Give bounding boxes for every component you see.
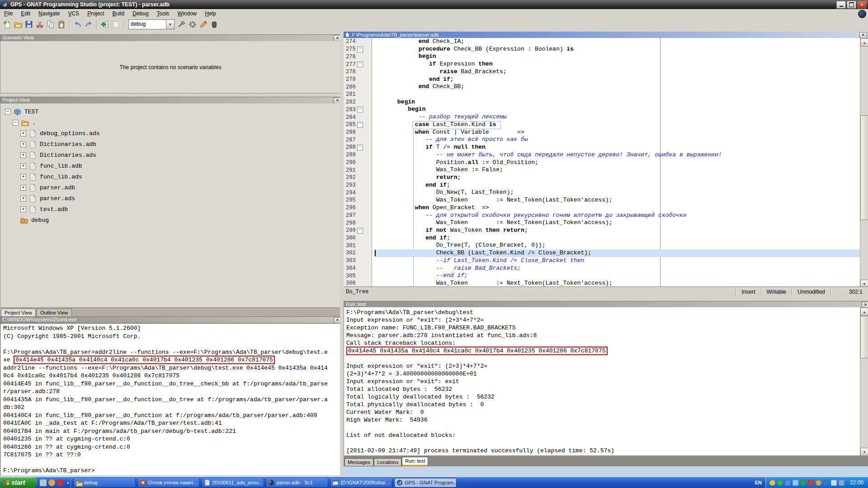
scrollbar-thumb[interactable] xyxy=(860,316,868,358)
mail-icon[interactable] xyxy=(816,480,821,486)
task-button-gps[interactable]: GPS - GNAT Program... xyxy=(394,478,457,488)
build-all-icon[interactable] xyxy=(176,19,187,30)
rebuild-icon[interactable] xyxy=(187,19,198,30)
tree-item-parser-adb[interactable]: +parser.adb xyxy=(0,182,340,193)
expand-icon[interactable]: + xyxy=(20,196,26,202)
tree-item--[interactable]: −. xyxy=(0,117,340,128)
menu-file[interactable]: File xyxy=(0,9,17,18)
scrollbar-thumb[interactable] xyxy=(860,115,868,220)
navigate-back-icon[interactable] xyxy=(99,19,110,30)
tree-item-test[interactable]: −TEST xyxy=(0,106,340,117)
tab-messages[interactable]: Messages xyxy=(344,458,373,466)
tree-item-debug[interactable]: 0debug xyxy=(0,215,340,225)
messenger-icon[interactable] xyxy=(808,480,814,486)
copy-icon[interactable] xyxy=(45,19,56,30)
quick-launch-app-icon[interactable] xyxy=(40,479,47,486)
tab-locations[interactable]: Locations xyxy=(374,458,401,466)
tree-item-test-adb[interactable]: +test.adb xyxy=(0,204,340,215)
tree-item-parser-ads[interactable]: +parser.ads xyxy=(0,193,340,204)
expand-icon[interactable]: + xyxy=(20,206,26,212)
tree-item-dictionaries-adb[interactable]: +Dictionaries.adb xyxy=(0,139,340,150)
open-file-icon[interactable] xyxy=(13,19,24,30)
removable-device-icon[interactable] xyxy=(839,480,844,486)
scroll-up-icon[interactable]: ▲ xyxy=(860,38,868,47)
project-tree[interactable]: −TEST−.+debug_options.ads+Dictionaries.a… xyxy=(0,103,341,310)
editor-titlebar[interactable]: F:\Programs\Ada\TB_parser\parser.adb × xyxy=(344,32,868,38)
editor-scrollbar[interactable]: ▲ ▼ xyxy=(860,38,868,288)
display-icon[interactable] xyxy=(800,480,806,486)
task-button-folder[interactable]: debug xyxy=(73,478,136,488)
fold-collapse-icon[interactable]: − xyxy=(357,145,363,150)
writable-indicator[interactable]: Writable xyxy=(761,288,792,296)
run-output[interactable]: F:\Programs\Ada\TB_parser\debug\testInpu… xyxy=(344,307,863,457)
tab-outline-view[interactable]: Outline View xyxy=(37,309,72,317)
collapse-icon[interactable]: − xyxy=(5,109,11,115)
task-button-app-orange[interactable]: Отлов утечек памят... xyxy=(137,478,200,488)
update-icon[interactable] xyxy=(769,480,775,486)
sync-icon[interactable] xyxy=(793,480,798,486)
build-mode-value[interactable]: debug xyxy=(128,19,166,29)
expand-icon[interactable]: + xyxy=(20,131,26,136)
paste-icon[interactable] xyxy=(56,19,67,30)
menu-tools[interactable]: Tools xyxy=(153,9,174,18)
navigate-forward-icon[interactable] xyxy=(110,19,121,30)
tree-item-func-lib-adb[interactable]: +func_lib.adb xyxy=(0,160,340,171)
fold-collapse-icon[interactable]: − xyxy=(357,61,363,67)
menu-help[interactable]: Help xyxy=(201,9,220,18)
tree-item-dictionaries-ads[interactable]: +Dictionaries.ads xyxy=(0,150,340,160)
volume-icon[interactable] xyxy=(831,480,837,486)
quick-launch-app-icon[interactable] xyxy=(57,479,64,486)
close-button[interactable]: × xyxy=(857,1,867,9)
vertical-splitter[interactable] xyxy=(340,31,344,477)
task-button-notepad[interactable]: 20100611_ada_anno... xyxy=(202,478,264,488)
redo-icon[interactable] xyxy=(83,19,94,30)
tree-item-func-lib-ads[interactable]: +func_lib.ads xyxy=(0,171,340,182)
run-scrollbar[interactable]: ▲ ▼ xyxy=(860,307,868,456)
fold-collapse-icon[interactable]: − xyxy=(357,47,363,52)
terminal-output[interactable]: Microsoft Windows XP [Version 5.1.2600](… xyxy=(0,323,344,478)
task-button-explorer[interactable]: {D:\GNAT\2009\shar... xyxy=(330,478,392,488)
start-button[interactable]: start xyxy=(0,477,37,488)
save-icon[interactable] xyxy=(24,19,34,30)
menu-navigate[interactable]: Navigate xyxy=(34,9,64,18)
tree-item-debug-options-ads[interactable]: +debug_options.ads xyxy=(0,128,340,139)
scroll-up-icon[interactable]: ▲ xyxy=(860,308,868,316)
network-icon[interactable] xyxy=(785,480,791,486)
scroll-down-icon[interactable]: ▼ xyxy=(860,448,868,456)
expand-icon[interactable]: + xyxy=(20,152,26,158)
scroll-down-icon[interactable]: ▼ xyxy=(860,280,868,288)
tab-project-view[interactable]: Project View xyxy=(1,309,36,317)
menu-vcs[interactable]: VCS xyxy=(64,9,83,18)
syntax-check-icon[interactable] xyxy=(198,19,209,30)
language-indicator[interactable]: EN xyxy=(751,480,765,485)
combo-dropdown-icon[interactable]: ▼ xyxy=(166,19,175,29)
expand-icon[interactable]: + xyxy=(20,163,26,169)
minimize-button[interactable] xyxy=(836,1,846,9)
fold-collapse-icon[interactable]: − xyxy=(357,107,363,113)
menu-window[interactable]: Window xyxy=(174,9,201,18)
menu-build[interactable]: Build xyxy=(108,9,128,18)
source-editor[interactable]: 274 end Check_IA;275− procedure Check_BB… xyxy=(344,38,860,287)
collapse-icon[interactable]: − xyxy=(13,120,19,126)
tab-run-test[interactable]: Run: test xyxy=(402,457,428,466)
fold-collapse-icon[interactable]: − xyxy=(357,122,363,128)
stop-build-icon[interactable] xyxy=(209,19,220,30)
antivirus-icon[interactable] xyxy=(777,480,783,486)
undo-icon[interactable] xyxy=(72,19,83,30)
menu-debug[interactable]: Debug xyxy=(128,9,152,18)
quick-launch-overflow-icon[interactable]: » xyxy=(66,480,69,485)
fold-collapse-icon[interactable]: − xyxy=(357,228,363,234)
ide-icon[interactable] xyxy=(823,480,829,486)
new-file-icon[interactable] xyxy=(2,19,13,30)
cut-icon[interactable] xyxy=(34,19,45,30)
build-mode-combo[interactable]: debug ▼ xyxy=(128,19,175,29)
editor-close-icon[interactable]: × xyxy=(859,32,867,38)
expand-icon[interactable]: + xyxy=(20,174,26,180)
menu-project[interactable]: Project xyxy=(83,9,108,18)
maximize-button[interactable] xyxy=(847,1,856,9)
task-button-scite[interactable]: parser.adb - Sc1 xyxy=(266,478,328,488)
quick-launch-app-icon[interactable] xyxy=(48,479,55,486)
menu-edit[interactable]: Edit xyxy=(17,9,34,18)
expand-icon[interactable]: + xyxy=(20,185,26,191)
expand-icon[interactable]: + xyxy=(20,141,26,147)
